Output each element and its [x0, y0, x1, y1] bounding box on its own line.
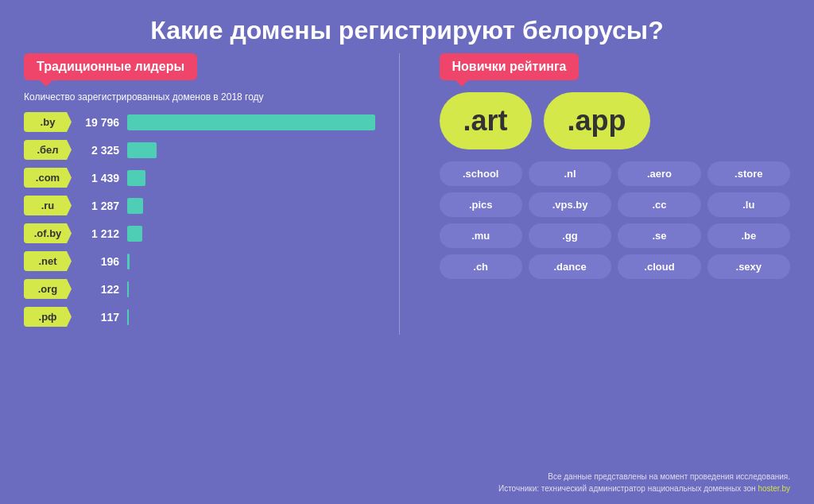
- bar-track: [127, 309, 375, 325]
- domain-badge: .of.by: [24, 223, 72, 243]
- domain-badge: .net: [24, 251, 72, 271]
- top-domain-badge: .app: [544, 92, 650, 149]
- bar-count: 122: [79, 283, 119, 296]
- newcomer-badge: .vps.by: [529, 192, 611, 217]
- bar-track: [127, 226, 375, 242]
- newcomer-badge: .gg: [529, 223, 611, 248]
- bar-count: 2 325: [79, 144, 119, 157]
- footer-link[interactable]: hoster.by: [758, 484, 790, 493]
- bar-row: .by19 796: [24, 112, 375, 132]
- newcomer-badge: .be: [707, 223, 790, 248]
- bar-track: [127, 198, 375, 214]
- domain-badge: .ru: [24, 196, 72, 215]
- newcomer-badge: .cloud: [618, 254, 700, 279]
- bar-row: .бел2 325: [24, 140, 375, 160]
- bar-track: [127, 114, 375, 130]
- footer-line2: Источники: технический администратор нац…: [498, 484, 756, 493]
- bars-container: .by19 796.бел2 325.com1 439.ru1 287.of.b…: [24, 112, 375, 327]
- bar-fill: [127, 281, 129, 297]
- domain-badge: .бел: [24, 140, 72, 160]
- footer-note: Все данные представлены на момент провед…: [498, 471, 790, 494]
- bar-row: .of.by1 212: [24, 223, 375, 243]
- newcomer-badge: .store: [707, 161, 790, 186]
- newcomer-badge: .ch: [440, 254, 522, 279]
- domain-badge: .by: [24, 112, 72, 132]
- bar-track: [127, 170, 375, 186]
- bar-fill: [127, 198, 143, 214]
- left-section: Традиционные лидеры Количество зарегистр…: [24, 53, 375, 335]
- newcomer-grid: .school.nl.aero.store.pics.vps.by.cc.lu.…: [440, 161, 791, 279]
- newcomer-badge: .mu: [440, 223, 522, 248]
- newcomer-badge: .aero: [618, 161, 700, 186]
- domain-badge: .org: [24, 279, 72, 299]
- bar-fill: [127, 309, 129, 325]
- newcomer-badge: .sexy: [707, 254, 790, 279]
- bar-track: [127, 254, 375, 269]
- bar-count: 1 212: [79, 227, 119, 240]
- bar-count: 1 439: [79, 172, 119, 184]
- bar-fill: [127, 170, 145, 186]
- newcomer-badge: .school: [440, 161, 522, 186]
- footer-line1: Все данные представлены на момент провед…: [548, 472, 790, 481]
- newcomer-badge: .nl: [529, 161, 611, 186]
- bar-row: .рф117: [24, 307, 375, 327]
- left-subtitle: Количество зарегистрированных доменов в …: [24, 91, 375, 103]
- domain-badge: .com: [24, 168, 72, 188]
- newcomer-badge: .pics: [440, 192, 522, 217]
- domain-badge: .рф: [24, 307, 72, 327]
- top-domains: .art.app: [440, 92, 791, 149]
- bar-count: 19 796: [79, 116, 119, 129]
- newcomer-badge: .cc: [618, 192, 700, 217]
- bar-row: .org122: [24, 279, 375, 299]
- right-section: Новички рейтинга .art.app .school.nl.aer…: [424, 53, 791, 335]
- bar-count: 117: [79, 311, 119, 324]
- bar-track: [127, 281, 375, 297]
- bar-count: 1 287: [79, 200, 119, 212]
- left-section-header: Традиционные лидеры: [24, 53, 197, 80]
- section-divider: [399, 53, 400, 335]
- right-section-header: Новички рейтинга: [440, 53, 579, 80]
- bar-count: 196: [79, 255, 119, 268]
- bar-track: [127, 142, 375, 158]
- page-title: Какие домены регистрируют белорусы?: [0, 0, 814, 53]
- newcomer-badge: .lu: [707, 192, 790, 217]
- bar-fill: [127, 142, 157, 158]
- bar-fill: [127, 254, 130, 269]
- bar-row: .ru1 287: [24, 196, 375, 215]
- bar-row: .com1 439: [24, 168, 375, 188]
- newcomer-badge: .dance: [529, 254, 611, 279]
- top-domain-badge: .art: [440, 92, 532, 149]
- bar-fill: [127, 114, 375, 130]
- newcomer-badge: .se: [618, 223, 700, 248]
- bar-row: .net196: [24, 251, 375, 271]
- bar-fill: [127, 226, 142, 242]
